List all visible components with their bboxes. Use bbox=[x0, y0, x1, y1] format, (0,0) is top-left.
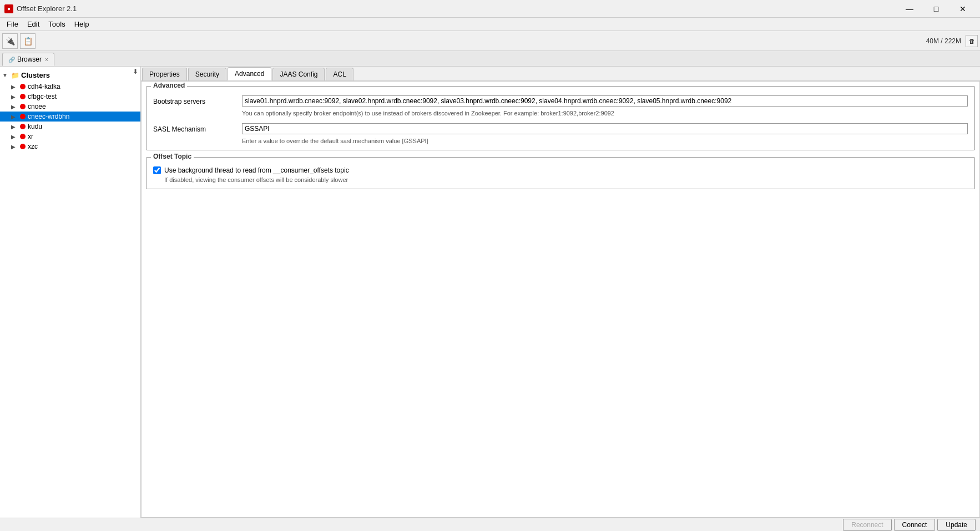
clusters-label: Clusters bbox=[21, 71, 50, 79]
tree-item-cdh4-kafka[interactable]: ▶ cdh4-kafka bbox=[0, 82, 140, 92]
background-thread-label: Use background thread to read from __con… bbox=[164, 166, 349, 174]
status-dot-kudu bbox=[20, 124, 26, 129]
tab-advanced[interactable]: Advanced bbox=[228, 67, 271, 80]
menu-item-file[interactable]: File bbox=[2, 19, 23, 29]
app-title: Offset Explorer 2.1 bbox=[17, 4, 77, 13]
tree-item-cneec-wrdbhn[interactable]: ▶ cneec-wrdbhn bbox=[0, 112, 140, 122]
connect-toolbar-button[interactable]: 🔌 bbox=[2, 33, 18, 49]
sasl-input[interactable] bbox=[242, 123, 968, 134]
left-panel: ⬇ ▼ 📁 Clusters ▶ cdh4-kafka ▶ cfbgc-test… bbox=[0, 67, 141, 518]
browser-tab-close[interactable]: × bbox=[45, 57, 48, 63]
advanced-section: Advanced Bootstrap servers You can optio… bbox=[146, 86, 975, 150]
label-kudu: kudu bbox=[28, 123, 42, 130]
sasl-hint: Enter a value to override the default sa… bbox=[153, 138, 968, 144]
status-dot-cfbgc-test bbox=[20, 94, 26, 99]
browser-tab-label: Browser bbox=[17, 55, 42, 63]
clusters-root[interactable]: ▼ 📁 Clusters bbox=[0, 69, 140, 82]
label-xr: xr bbox=[28, 133, 33, 140]
maximize-button[interactable]: □ bbox=[923, 0, 949, 18]
connect-button[interactable]: Connect bbox=[894, 519, 936, 531]
browser-tab-strip: 🔗 Browser × bbox=[0, 51, 980, 67]
tab-content: Advanced Bootstrap servers You can optio… bbox=[141, 81, 980, 518]
title-bar-left: ● Offset Explorer 2.1 bbox=[4, 4, 77, 13]
expand-kudu[interactable]: ▶ bbox=[11, 124, 20, 130]
toolbar: 🔌 📋 40M / 222M 🗑 bbox=[0, 31, 980, 51]
label-cnoee: cnoee bbox=[28, 103, 46, 110]
bootstrap-input[interactable] bbox=[242, 95, 968, 107]
right-panel: Properties Security Advanced JAAS Config… bbox=[141, 67, 980, 518]
status-dot-cnoee bbox=[20, 104, 26, 109]
close-button[interactable]: ✕ bbox=[950, 0, 976, 18]
status-dot-cdh4-kafka bbox=[20, 84, 26, 89]
tab-security[interactable]: Security bbox=[188, 68, 226, 80]
status-dot-xr bbox=[20, 134, 26, 139]
expand-xzc[interactable]: ▶ bbox=[11, 144, 20, 150]
status-bar: Reconnect Connect Update bbox=[0, 518, 980, 531]
label-cfbgc-test: cfbgc-test bbox=[28, 93, 57, 100]
minimize-button[interactable]: — bbox=[897, 0, 922, 18]
bootstrap-hint: You can optionally specify broker endpoi… bbox=[153, 110, 968, 117]
app-icon: ● bbox=[4, 4, 13, 13]
tree-item-xr[interactable]: ▶ xr bbox=[0, 132, 140, 141]
tree-item-cnoee[interactable]: ▶ cnoee bbox=[0, 102, 140, 112]
gc-button[interactable]: 🗑 bbox=[966, 35, 978, 47]
advanced-section-body: Bootstrap servers You can optionally spe… bbox=[147, 87, 974, 150]
sasl-row: SASL Mechanism bbox=[153, 123, 968, 134]
config-tab-strip: Properties Security Advanced JAAS Config… bbox=[141, 67, 980, 81]
status-dot-cneec-wrdbhn bbox=[20, 114, 26, 119]
clusters-folder-icon: 📁 bbox=[11, 72, 19, 79]
offset-topic-section: Offset Topic Use background thread to re… bbox=[146, 157, 975, 189]
tab-jaas-config[interactable]: JAAS Config bbox=[272, 68, 325, 80]
title-bar-controls: — □ ✕ bbox=[897, 0, 976, 18]
offset-topic-body: Use background thread to read from __con… bbox=[147, 158, 974, 189]
status-dot-xzc bbox=[20, 144, 26, 149]
offset-topic-legend: Offset Topic bbox=[151, 153, 194, 160]
label-cdh4-kafka: cdh4-kafka bbox=[28, 83, 60, 90]
tree-item-cfbgc-test[interactable]: ▶ cfbgc-test bbox=[0, 92, 140, 102]
sasl-label: SASL Mechanism bbox=[153, 123, 242, 133]
menu-item-tools[interactable]: Tools bbox=[44, 19, 69, 29]
tab-properties[interactable]: Properties bbox=[142, 68, 187, 80]
advanced-section-legend: Advanced bbox=[151, 82, 187, 89]
tree-item-kudu[interactable]: ▶ kudu bbox=[0, 122, 140, 132]
background-thread-hint: If disabled, viewing the consumer offset… bbox=[164, 176, 968, 183]
reconnect-button[interactable]: Reconnect bbox=[843, 519, 891, 531]
tree-item-xzc[interactable]: ▶ xzc bbox=[0, 141, 140, 151]
expand-cneec-wrdbhn[interactable]: ▶ bbox=[11, 114, 20, 120]
main-content: ⬇ ▼ 📁 Clusters ▶ cdh4-kafka ▶ cfbgc-test… bbox=[0, 67, 980, 518]
background-thread-row: Use background thread to read from __con… bbox=[153, 166, 968, 174]
title-bar: ● Offset Explorer 2.1 — □ ✕ bbox=[0, 0, 980, 18]
memory-label: 40M / 222M bbox=[926, 37, 961, 45]
browser-tab[interactable]: 🔗 Browser × bbox=[2, 53, 54, 66]
scroll-down-arrow[interactable]: ⬇ bbox=[133, 68, 138, 75]
label-cneec-wrdbhn: cneec-wrdbhn bbox=[28, 113, 69, 120]
background-thread-checkbox[interactable] bbox=[153, 166, 161, 174]
browser-tab-icon: 🔗 bbox=[8, 57, 15, 63]
expand-cfbgc-test[interactable]: ▶ bbox=[11, 94, 20, 100]
bootstrap-label: Bootstrap servers bbox=[153, 95, 242, 105]
tab-acl[interactable]: ACL bbox=[326, 68, 353, 80]
expand-cdh4-kafka[interactable]: ▶ bbox=[11, 84, 20, 90]
label-xzc: xzc bbox=[28, 143, 38, 150]
menu-bar: FileEditToolsHelp bbox=[0, 18, 980, 31]
clusters-expand[interactable]: ▼ bbox=[2, 72, 11, 78]
expand-xr[interactable]: ▶ bbox=[11, 134, 20, 140]
clipboard-toolbar-button[interactable]: 📋 bbox=[20, 33, 36, 49]
update-button[interactable]: Update bbox=[937, 519, 976, 531]
menu-item-help[interactable]: Help bbox=[70, 19, 94, 29]
menu-item-edit[interactable]: Edit bbox=[23, 19, 44, 29]
expand-cnoee[interactable]: ▶ bbox=[11, 104, 20, 110]
bootstrap-row: Bootstrap servers bbox=[153, 95, 968, 107]
